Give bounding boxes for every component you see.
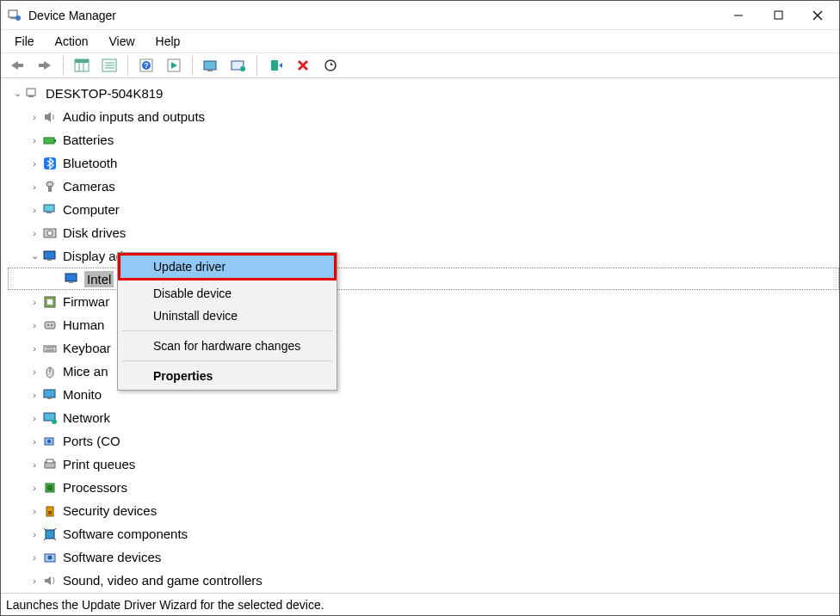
expander-icon[interactable]: › <box>28 413 40 423</box>
context-scan-hardware[interactable]: Scan for hardware changes <box>120 335 334 357</box>
menubar: File Action View Help <box>1 30 839 52</box>
toolbar-update-driver[interactable] <box>262 55 288 76</box>
tree-category[interactable]: ›Sound, video and game controllers <box>8 569 839 592</box>
expander-icon[interactable]: › <box>28 483 40 493</box>
tree-node-label: Batteries <box>63 132 114 147</box>
close-button[interactable] <box>798 2 837 29</box>
menu-help[interactable]: Help <box>147 33 189 50</box>
toolbar: ? <box>1 52 839 78</box>
svg-rect-46 <box>65 274 77 281</box>
context-properties[interactable]: Properties <box>120 365 334 387</box>
svg-marker-27 <box>279 63 282 68</box>
expander-icon[interactable]: › <box>28 390 40 400</box>
tree-category[interactable]: ›Software components <box>8 522 839 545</box>
tree-category[interactable]: ›Processors <box>8 476 839 499</box>
network-icon <box>42 410 58 426</box>
speaker-icon <box>42 109 58 125</box>
tree-category[interactable]: ›Batteries <box>8 128 839 151</box>
svg-marker-73 <box>45 576 51 585</box>
svg-point-72 <box>48 555 52 559</box>
expander-icon[interactable]: ⌄ <box>28 250 40 262</box>
security-icon <box>42 503 58 519</box>
tree-node-label: Sound, video and game controllers <box>63 573 262 588</box>
tree-category[interactable]: ›Disk drives <box>8 221 839 244</box>
expander-icon[interactable]: › <box>28 529 40 539</box>
expander-icon[interactable]: › <box>28 135 40 145</box>
tree-root[interactable]: ⌄DESKTOP-504K819 <box>11 82 839 105</box>
menu-view[interactable]: View <box>100 33 143 50</box>
bluetooth-icon <box>42 156 58 171</box>
expander-icon[interactable]: › <box>28 112 40 122</box>
device-manager-window: Device Manager File Action View Help <box>0 0 840 616</box>
toolbar-uninstall[interactable] <box>290 55 316 76</box>
tree-category[interactable]: ›Ports (CO <box>8 429 839 453</box>
tree-node-label: Software components <box>63 527 188 541</box>
expander-icon[interactable]: › <box>28 436 40 447</box>
expander-icon[interactable]: › <box>28 459 40 470</box>
tree-category[interactable]: ›Network <box>8 406 839 429</box>
statusbar: Launches the Update Driver Wizard for th… <box>1 593 839 615</box>
context-separator <box>122 330 332 331</box>
context-uninstall-device[interactable]: Uninstall device <box>120 305 334 327</box>
tree-category[interactable]: ›Computer <box>8 198 839 221</box>
svg-rect-65 <box>46 459 53 463</box>
app-icon <box>8 9 22 22</box>
expander-icon[interactable]: › <box>28 158 40 169</box>
root-icon <box>25 86 40 102</box>
tree-category[interactable]: ›Bluetooth <box>8 151 839 175</box>
printer-icon <box>42 457 58 472</box>
svg-point-25 <box>240 66 245 71</box>
svg-marker-34 <box>45 112 51 122</box>
toolbar-properties[interactable] <box>198 55 224 76</box>
toolbar-sep <box>192 56 193 75</box>
svg-rect-49 <box>47 299 52 305</box>
tree-category[interactable]: ›Software devices <box>8 545 839 569</box>
tree-node-label: Keyboar <box>63 341 111 355</box>
svg-point-2 <box>15 15 21 21</box>
expander-icon[interactable]: › <box>28 367 40 377</box>
toolbar-scan-hardware[interactable] <box>318 55 343 76</box>
toolbar-help[interactable]: ? <box>133 55 159 76</box>
firmware-icon <box>42 294 58 310</box>
expander-icon[interactable]: ⌄ <box>11 88 23 99</box>
maximize-button[interactable] <box>758 2 798 29</box>
toolbar-details[interactable] <box>69 55 95 76</box>
tree-category[interactable]: ›Print queues <box>8 453 839 476</box>
toolbar-forward[interactable] <box>32 55 58 76</box>
disk-icon <box>42 225 58 241</box>
expander-icon[interactable]: › <box>28 205 40 215</box>
menu-file[interactable]: File <box>6 33 43 50</box>
tree-node-label: Audio inputs and outputs <box>63 109 205 124</box>
expander-icon[interactable]: › <box>28 343 40 354</box>
expander-icon[interactable]: › <box>28 297 40 307</box>
svg-rect-44 <box>44 251 55 259</box>
toolbar-list[interactable] <box>96 55 122 76</box>
minimize-button[interactable] <box>719 2 758 29</box>
tree-category[interactable]: ›Storage controllers <box>8 592 839 593</box>
tree-node-label: Monito <box>63 387 102 402</box>
svg-point-52 <box>51 324 52 326</box>
tree-category[interactable]: ›Cameras <box>8 175 839 198</box>
expander-icon[interactable]: › <box>28 228 40 238</box>
camera-icon <box>42 179 58 194</box>
expander-icon[interactable]: › <box>28 576 40 586</box>
tree-category[interactable]: ›Security devices <box>8 499 839 522</box>
expander-icon[interactable]: › <box>28 182 40 192</box>
toolbar-action[interactable] <box>161 55 187 76</box>
context-update-driver[interactable]: Update driver <box>120 256 334 278</box>
svg-rect-36 <box>54 139 56 142</box>
toolbar-back[interactable] <box>4 55 30 76</box>
menu-action[interactable]: Action <box>46 33 97 50</box>
svg-rect-33 <box>28 95 34 97</box>
svg-rect-69 <box>48 511 52 514</box>
svg-rect-4 <box>775 11 782 19</box>
window-title: Device Manager <box>28 9 719 22</box>
toolbar-computer[interactable] <box>225 55 251 76</box>
svg-rect-70 <box>46 530 54 539</box>
context-disable-device[interactable]: Disable device <box>120 282 334 305</box>
tree-category[interactable]: ›Audio inputs and outputs <box>8 105 839 128</box>
tree-node-label: Network <box>63 410 110 425</box>
expander-icon[interactable]: › <box>28 320 40 330</box>
expander-icon[interactable]: › <box>28 552 40 563</box>
expander-icon[interactable]: › <box>28 506 40 516</box>
